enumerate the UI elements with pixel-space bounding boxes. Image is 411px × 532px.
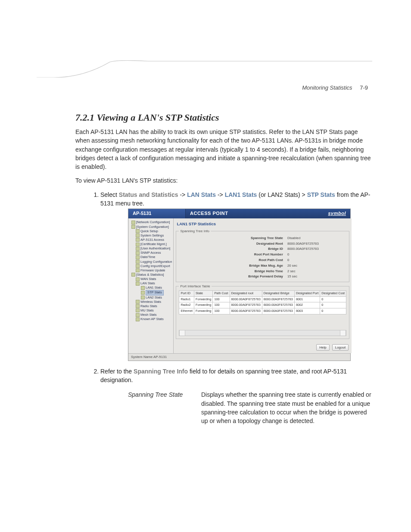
tree-item[interactable]: [Certificate Mgmt.] (130, 242, 172, 246)
tree-item-icon (136, 317, 140, 321)
logout-button[interactable]: Logout (332, 344, 349, 351)
tree-item[interactable]: Logging Configuration (130, 260, 172, 264)
definition-term: Spanning Tree State (128, 390, 197, 425)
table-cell: Forwarding (194, 296, 213, 302)
tree-item-label: [Network Configuration] (136, 220, 170, 224)
table-header-cell: Designated Port (294, 291, 320, 297)
info-value: 8000.00A0F8725783 (287, 241, 319, 246)
tree-item-icon (136, 238, 140, 242)
tree-item[interactable]: Quick Setup (130, 229, 172, 233)
header-section: Monitoring Statistics (302, 84, 352, 91)
table-header-cell: Port ID (179, 291, 194, 297)
info-value: 8000.00A0F8725783 (287, 246, 319, 251)
tree-item-icon (136, 243, 140, 246)
info-value: Disabled (287, 236, 319, 240)
tree-item[interactable]: LAN2 Stats (130, 296, 172, 300)
tree-item[interactable]: STP Stats (130, 290, 172, 295)
tree-item-icon (136, 308, 140, 312)
tree-item-label: MU Stats (140, 308, 154, 312)
step-1: Select Status and Statistics -> LAN Stat… (100, 190, 372, 361)
tree-item-label: WAN Stats (140, 277, 156, 281)
tree-item[interactable]: Mesh Stats (130, 313, 172, 317)
tree-item[interactable]: Wireless Stats (130, 300, 172, 304)
tree-item[interactable]: LAN Stats (130, 281, 172, 286)
table-header-cell: Designated Bridge (262, 291, 294, 297)
tree-item-label: LAN1 Stats (146, 286, 162, 289)
tree-item-label: LAN Stats (140, 281, 155, 285)
table-cell: 8000.00A0F8725783 (262, 308, 294, 314)
tree-item[interactable]: [User Authentication] (130, 246, 172, 251)
tree-item[interactable]: System Settings (130, 233, 172, 238)
port-interface-table-legend: Port Interface Table (179, 284, 211, 289)
paragraph-lead: To view AP-5131 LAN's STP statistics: (75, 176, 372, 185)
tree-item[interactable]: SNMP Access (130, 251, 172, 255)
table-cell: Radio2 (179, 302, 194, 308)
tree-item-icon (136, 264, 140, 268)
tree-item[interactable]: LAN1 Stats (130, 286, 172, 290)
tree-item-label: [Certificate Mgmt.] (140, 242, 167, 246)
port-interface-table: Port IDStatePath CostDesignated rootDesi… (179, 290, 346, 314)
tree-item-icon (141, 286, 145, 290)
tree-item-label: Firmware Update (140, 268, 165, 272)
info-value: 0 (287, 258, 319, 262)
tree-item-icon (131, 225, 135, 229)
help-button[interactable]: Help (316, 344, 329, 351)
tree-item-label: SNMP Access (140, 251, 161, 255)
table-header-cell: Path Cost (213, 291, 230, 297)
tree-item-label: [User Authentication] (140, 246, 170, 250)
status-bar: System Name AP-5131 (128, 353, 350, 361)
table-cell: Ethernet (179, 308, 194, 314)
window-titlebar: AP-5131 ACCESS POINT symbol (128, 209, 350, 218)
brand-logo: symbol (328, 210, 350, 217)
table-cell: 8000.00A0F8725783 (262, 296, 294, 302)
tree-item[interactable]: Firmware Update (130, 268, 172, 273)
tree-item-label: Config Import/Export (140, 264, 170, 268)
table-cell: 8002 (294, 302, 320, 308)
info-key: Bridge Forward Delay (207, 274, 283, 279)
table-cell: 100 (213, 302, 230, 308)
table-cell: Radio1 (179, 296, 194, 302)
table-cell: 100 (213, 308, 230, 314)
tree-item-icon (136, 255, 140, 259)
table-cell: 100 (213, 296, 230, 302)
tree-item-label: Date/Time (140, 255, 155, 259)
step-2: Refer to the Spanning Tree Info field to… (100, 367, 372, 426)
tree-item-icon (136, 229, 140, 233)
screenshot-stp-stats: AP-5131 ACCESS POINT symbol [Network Con… (128, 208, 351, 361)
nav-tree[interactable]: [Network Configuration][System Configura… (128, 218, 174, 353)
tree-item-icon (141, 291, 145, 295)
tree-item-label: Quick Setup (140, 229, 158, 233)
table-header-cell: Designated Cost (320, 291, 346, 297)
table-cell: 8003 (294, 308, 320, 314)
tree-item[interactable]: Date/Time (130, 255, 172, 259)
table-header-cell: State (194, 291, 213, 297)
tree-item[interactable]: [Status & Statistics] (130, 273, 172, 277)
info-value: 15 sec (287, 274, 319, 279)
tree-item-icon (136, 277, 140, 281)
tree-item[interactable]: MU Stats (130, 308, 172, 313)
nav-path-3: LAN1 Stats (225, 191, 257, 198)
info-value: 2 sec (287, 269, 319, 274)
tree-item-label: Known AP Stats (140, 317, 164, 321)
definition-row: Spanning Tree State Displays whether the… (128, 390, 372, 425)
main-panel: LAN1 STP Statistics Spanning Tree Info S… (174, 218, 352, 353)
tree-item[interactable]: Known AP Stats (130, 317, 172, 321)
table-header-cell: Designated root (230, 291, 262, 297)
tree-item[interactable]: [Network Configuration] (130, 220, 172, 224)
spanning-tree-info-group: Spanning Tree Info Spanning Tree StateDi… (176, 229, 349, 282)
table-row: Radio1Forwarding1008000.00A0F87257838000… (179, 296, 346, 302)
section-heading: 7.2.1 Viewing a LAN's STP Statistics (75, 112, 372, 123)
definition-desc: Displays whether the spanning tree state… (201, 390, 372, 425)
nav-path-2: LAN Stats (187, 191, 216, 198)
tree-item[interactable]: Radio Stats (130, 304, 172, 308)
tree-item[interactable]: WAN Stats (130, 277, 172, 281)
table-cell: 0 (320, 302, 346, 308)
tree-item[interactable]: Config Import/Export (130, 264, 172, 268)
tree-item-icon (136, 260, 140, 264)
tree-item[interactable]: AP-5131 Access (130, 238, 172, 242)
tree-item-icon (136, 268, 140, 272)
field-ref: Spanning Tree Info (134, 368, 188, 375)
table-cell: 8000.00A0F8725783 (230, 302, 262, 308)
tree-item[interactable]: [System Configuration] (130, 225, 172, 229)
horizontal-scrollbar[interactable] (179, 330, 346, 336)
